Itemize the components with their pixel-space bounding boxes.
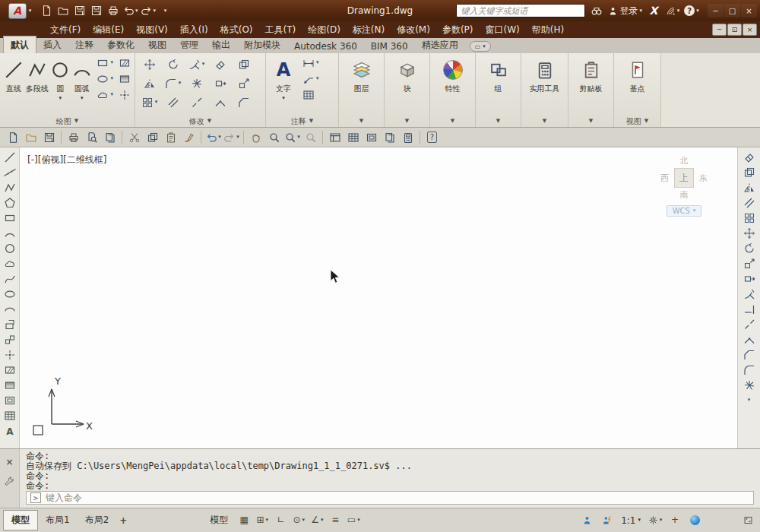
break-button[interactable] [185, 95, 208, 109]
polar-tracking-toggle[interactable]: ⊙▾ [290, 512, 308, 529]
viewport-controls[interactable]: [-][俯视][二维线框] [27, 154, 106, 166]
region-tool-button[interactable] [2, 394, 17, 407]
arc-button[interactable]: 圆弧▾ [71, 55, 93, 101]
point-tool-button[interactable] [2, 348, 17, 361]
grid-toggle[interactable]: ▦ [235, 512, 253, 529]
toolbar-publish-button[interactable] [101, 129, 119, 146]
toolbar-quickcalc-button[interactable] [399, 129, 416, 146]
toolbar-undo-button[interactable]: ▾ [204, 129, 222, 146]
tab-featured-apps[interactable]: 精选应用 [415, 36, 465, 53]
help-button[interactable]: ?▾ [684, 2, 699, 19]
groups-panel-footer[interactable]: ▼ [476, 116, 521, 127]
annotation-panel-footer[interactable]: 注释▼ [266, 116, 338, 127]
trim-tool-button[interactable] [742, 287, 757, 300]
viewcube-top-face[interactable]: 上 [674, 168, 694, 188]
toolbar-open-button[interactable] [22, 129, 40, 146]
toolbar-properties-button[interactable] [326, 129, 344, 146]
viewcube-west-label[interactable]: 西 [660, 173, 669, 184]
viewcube[interactable]: 北 西 上 东 南 WCS▾ [649, 155, 719, 217]
join-button[interactable] [208, 95, 232, 109]
leader-button[interactable]: ▾ [301, 71, 321, 86]
scale-button[interactable] [232, 76, 255, 90]
toolbar-save-button[interactable] [40, 129, 58, 146]
toolbar-tool-palettes-button[interactable] [363, 129, 380, 146]
join-tool-button[interactable] [742, 333, 757, 346]
group-button[interactable]: 组 [478, 55, 518, 94]
view-panel-footer[interactable]: 视图▼ [614, 116, 660, 127]
annotation-scale-button[interactable]: 1:1▾ [617, 512, 644, 529]
table-button[interactable] [301, 87, 321, 102]
tab-manage[interactable]: 管理 [173, 36, 205, 53]
construction-line-tool-button[interactable] [2, 166, 17, 179]
explode-tool-button[interactable] [742, 378, 757, 391]
copy-tool-button[interactable] [742, 166, 757, 179]
ellipse-arc-tool-button[interactable] [2, 302, 17, 315]
layers-button[interactable]: 图层 [341, 55, 382, 94]
close-command-window-button[interactable]: × [5, 457, 13, 467]
doc-minimize-button[interactable]: ─ [712, 24, 727, 36]
annotation-autoscale-toggle[interactable] [597, 512, 616, 529]
toolbar-cut-button[interactable] [125, 129, 143, 146]
gradient-button[interactable] [117, 71, 132, 86]
spline-tool-button[interactable] [2, 272, 17, 285]
offset-button[interactable] [161, 95, 185, 109]
toolbar-help-button[interactable]: ? [423, 129, 441, 146]
new-button[interactable] [38, 2, 54, 20]
sign-in-button[interactable]: 登录▾ [608, 2, 642, 19]
drawing-canvas[interactable]: [-][俯视][二维线框] 北 西 上 东 南 WCS▾ [20, 147, 737, 448]
line-tool-button[interactable] [2, 150, 17, 163]
application-menu-button[interactable]: A ▾ [3, 0, 36, 21]
toolbar-pan-button[interactable] [247, 129, 264, 146]
multiline-text-tool-button[interactable] [2, 424, 17, 437]
rotate-button[interactable] [161, 57, 185, 71]
isolate-objects-button[interactable]: + [666, 512, 684, 529]
close-button[interactable]: × [741, 4, 757, 17]
polyline-tool-button[interactable] [2, 181, 17, 194]
annotation-visibility-toggle[interactable] [578, 512, 596, 529]
offset-tool-button[interactable] [742, 196, 757, 209]
save-as-button[interactable] [88, 2, 104, 20]
line-button[interactable]: 直线 [2, 55, 24, 94]
tab-output[interactable]: 输出 [205, 36, 237, 53]
extend-tool-button[interactable] [742, 302, 757, 315]
toolbar-plot-button[interactable] [65, 129, 82, 146]
plot-button[interactable] [105, 2, 121, 20]
arc-tool-button[interactable] [2, 226, 17, 239]
table-tool-button[interactable] [2, 409, 17, 422]
menu-dimension[interactable]: 标注(N) [347, 21, 391, 39]
tab-autodesk-360[interactable]: Autodesk 360 [287, 39, 364, 53]
gradient-tool-button[interactable] [2, 378, 17, 391]
ellipse-tool-button[interactable] [2, 287, 17, 300]
toolbar-paste-button[interactable] [162, 129, 179, 146]
scale-tool-button[interactable] [742, 257, 757, 270]
doc-restore-button[interactable]: ⊡ [727, 24, 742, 36]
fillet-button[interactable]: ▾ [161, 76, 185, 90]
customize-wrench-icon[interactable] [5, 477, 14, 486]
viewcube-south-label[interactable]: 南 [680, 189, 689, 201]
customize-quick-access-button[interactable]: ▾ [157, 2, 173, 20]
revision-cloud-tool-button[interactable] [2, 257, 17, 270]
insert-block-tool-button[interactable] [2, 318, 17, 331]
move-tool-button[interactable] [742, 226, 757, 239]
toolbar-zoom-window-button[interactable]: ▾ [283, 129, 301, 146]
block-panel-footer[interactable]: ▼ [385, 116, 429, 127]
clean-screen-button[interactable] [739, 512, 757, 529]
tab-parametric[interactable]: 参数化 [100, 36, 141, 53]
toolbar-zoom-previous-button[interactable] [302, 129, 319, 146]
layout1-tab[interactable]: 布局1 [38, 511, 78, 530]
ellipse-button[interactable]: ▾ [95, 71, 115, 86]
open-button[interactable] [55, 2, 71, 20]
dimension-button[interactable]: ▾ [301, 55, 321, 70]
snap-toggle[interactable]: ⊞▾ [253, 512, 271, 529]
chamfer-button[interactable] [232, 95, 255, 109]
properties-button[interactable]: 特性 [432, 55, 473, 94]
tab-annotate[interactable]: 注释 [68, 36, 100, 53]
array-tool-button[interactable] [742, 211, 757, 224]
create-block-tool-button[interactable] [2, 333, 17, 346]
move-button[interactable] [138, 57, 161, 71]
properties-panel-footer[interactable]: ▼ [430, 116, 475, 127]
maximize-button[interactable]: □ [724, 4, 740, 17]
revision-cloud-button[interactable]: ▾ [95, 87, 115, 102]
toolbar-zoom-realtime-button[interactable] [265, 129, 283, 146]
mirror-tool-button[interactable] [742, 181, 757, 194]
